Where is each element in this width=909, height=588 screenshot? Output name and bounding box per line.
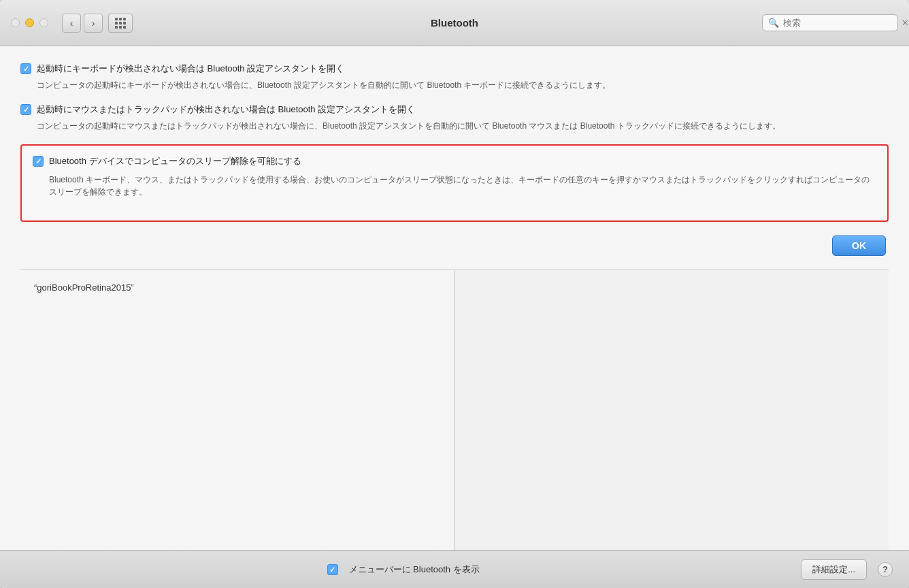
main-window: ‹ › Bluetooth 🔍 ✕ 起動時にキーボードが検出されない場合は Bl… [0,0,909,588]
close-button[interactable] [11,18,20,27]
titlebar: ‹ › Bluetooth 🔍 ✕ [0,0,909,46]
search-box[interactable]: 🔍 ✕ [762,14,898,31]
show-in-menubar-checkbox[interactable] [327,564,338,575]
grid-icon [115,18,126,29]
search-input[interactable] [783,18,897,28]
option3-highlighted-section: Bluetooth デバイスでコンピュータのスリープ解除を可能にする Bluet… [20,144,889,221]
option1-row: 起動時にキーボードが検出されない場合は Bluetooth 設定アシスタントを開… [20,63,889,75]
option2-description: コンピュータの起動時にマウスまたはトラックパッドが検出されない場合に、Bluet… [37,120,889,132]
device-name: “goriBookProRetina2015” [29,278,446,297]
footer-checkbox-area: メニューバーに Bluetooth を表示 [16,564,790,576]
option3-description: Bluetooth キーボード、マウス、またはトラックパッドを使用する場合、お使… [49,174,876,199]
search-icon: 🔍 [768,18,779,28]
option3-row: Bluetooth デバイスでコンピュータのスリープ解除を可能にする [33,155,876,167]
help-button[interactable]: ? [878,562,893,577]
nav-buttons: ‹ › [62,14,103,33]
grid-button[interactable] [108,14,133,33]
back-button[interactable]: ‹ [62,14,81,33]
option2-row: 起動時にマウスまたはトラックパッドが検出されない場合は Bluetooth 設定… [20,103,889,116]
content-area: 起動時にキーボードが検出されない場合は Bluetooth 設定アシスタントを開… [0,46,909,550]
search-clear-icon[interactable]: ✕ [902,18,909,28]
show-in-menubar-label: メニューバーに Bluetooth を表示 [349,564,480,576]
option1-label: 起動時にキーボードが検出されない場合は Bluetooth 設定アシスタントを開… [37,63,344,75]
bottom-area: “goriBookProRetina2015” [20,270,889,550]
advanced-button[interactable]: 詳細設定... [801,559,867,580]
option2-checkbox[interactable] [20,104,31,115]
ok-row: OK [20,235,889,256]
option1-checkbox[interactable] [20,63,31,74]
maximize-button[interactable] [39,18,48,27]
option3-checkbox[interactable] [33,156,44,167]
option1-description: コンピュータの起動時にキーボードが検出されない場合に、Bluetooth 設定ア… [37,79,889,91]
footer-bar: メニューバーに Bluetooth を表示 詳細設定... ? [0,550,909,588]
traffic-lights [11,18,48,27]
option2-label: 起動時にマウスまたはトラックパッドが検出されない場合は Bluetooth 設定… [37,103,415,116]
ok-button[interactable]: OK [832,235,886,256]
device-panel [454,270,889,550]
device-list: “goriBookProRetina2015” [20,270,454,550]
option3-label: Bluetooth デバイスでコンピュータのスリープ解除を可能にする [49,155,301,167]
window-title: Bluetooth [431,17,478,29]
minimize-button[interactable] [25,18,34,27]
forward-button[interactable]: › [84,14,103,33]
